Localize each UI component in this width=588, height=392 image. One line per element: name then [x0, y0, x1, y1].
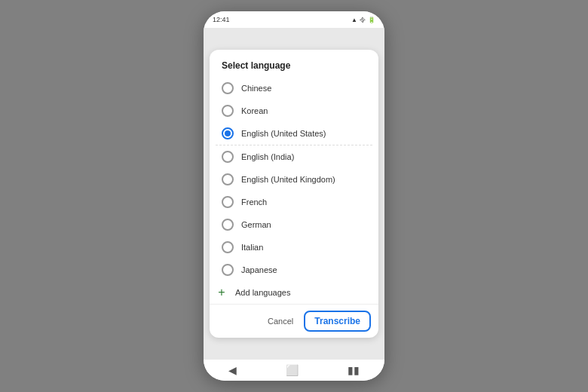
radio-japanese	[222, 264, 234, 276]
status-icons: ▲ 令 🔋	[351, 16, 375, 24]
language-label-german: German	[241, 220, 271, 229]
language-item-english-uk[interactable]: English (United Kingdom)	[216, 168, 372, 191]
language-item-korean[interactable]: Korean	[216, 100, 372, 122]
radio-french	[222, 196, 234, 208]
language-item-japanese[interactable]: Japanese	[216, 259, 372, 281]
language-item-chinese[interactable]: Chinese	[216, 77, 372, 100]
radio-english-us	[222, 127, 234, 139]
language-item-german[interactable]: German	[216, 213, 372, 236]
language-item-italian[interactable]: Italian	[216, 236, 372, 259]
nav-back-icon[interactable]: ◀	[228, 364, 237, 376]
language-label-english-india: English (India)	[241, 152, 294, 161]
status-bar: 12:41 ▲ 令 🔋	[204, 11, 384, 28]
radio-english-india	[222, 151, 234, 163]
dialog-title: Select language	[210, 50, 378, 77]
nav-recents-icon[interactable]: ▮▮	[348, 364, 360, 376]
dialog-box: Select language ChineseKoreanEnglish (Un…	[210, 50, 378, 338]
language-label-english-us: English (United States)	[241, 129, 326, 138]
radio-italian	[222, 241, 234, 253]
dialog-actions: Cancel Transcribe	[210, 304, 378, 338]
signal-icon: ▲	[351, 17, 357, 23]
radio-chinese	[222, 82, 234, 94]
plus-icon: +	[216, 286, 228, 299]
language-label-japanese: Japanese	[241, 265, 277, 274]
nav-home-icon[interactable]: ⬜	[286, 364, 299, 376]
nav-bar: ◀ ⬜ ▮▮	[204, 360, 384, 381]
radio-inner-english-us	[225, 130, 231, 136]
language-item-english-us[interactable]: English (United States)	[216, 122, 372, 145]
radio-korean	[222, 105, 234, 117]
language-label-english-uk: English (United Kingdom)	[241, 175, 335, 184]
language-label-korean: Korean	[241, 106, 268, 115]
language-label-french: French	[241, 198, 267, 207]
radio-german	[222, 219, 234, 231]
status-time: 12:41	[213, 16, 230, 23]
battery-icon: 🔋	[368, 17, 375, 23]
cancel-button[interactable]: Cancel	[262, 313, 299, 329]
wifi-icon: 令	[360, 16, 366, 24]
language-label-italian: Italian	[241, 243, 263, 252]
dialog-area: Select language ChineseKoreanEnglish (Un…	[204, 28, 384, 360]
language-label-chinese: Chinese	[241, 84, 271, 93]
language-item-french[interactable]: French	[216, 191, 372, 213]
language-item-english-india[interactable]: English (India)	[216, 145, 372, 168]
add-languages-item[interactable]: + Add languages	[210, 281, 378, 304]
phone-frame: 12:41 ▲ 令 🔋 Select language ChineseKorea…	[204, 11, 384, 381]
transcribe-button[interactable]: Transcribe	[304, 311, 371, 332]
language-list: ChineseKoreanEnglish (United States)Engl…	[210, 77, 378, 281]
add-languages-label: Add languages	[235, 288, 290, 297]
radio-english-uk	[222, 173, 234, 185]
